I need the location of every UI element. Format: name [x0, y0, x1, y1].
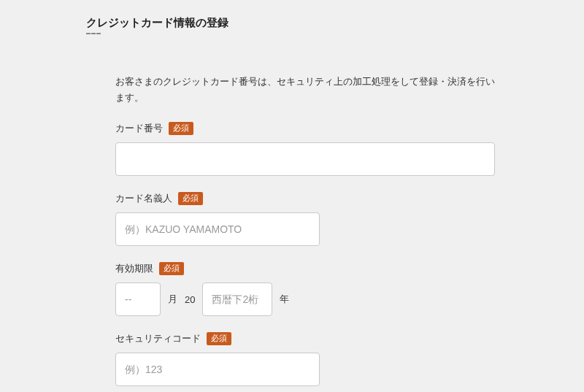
- expiry-year-suffix: 年: [280, 293, 289, 306]
- cvv-label-row: セキュリティコード 必須: [115, 332, 498, 345]
- page-title: クレジットカード情報の登録: [86, 16, 584, 30]
- card-holder-label: カード名義人: [115, 192, 172, 205]
- title-underline: [86, 33, 101, 34]
- cvv-label: セキュリティコード: [115, 332, 201, 345]
- expiry-field: 有効期限 必須 月 20 年: [115, 262, 498, 316]
- card-holder-label-row: カード名義人 必須: [115, 192, 498, 205]
- expiry-label: 有効期限: [115, 262, 153, 275]
- card-number-label: カード番号: [115, 122, 163, 135]
- expiry-month-suffix: 月: [168, 293, 177, 306]
- card-number-input[interactable]: [115, 142, 495, 176]
- required-badge: 必須: [169, 122, 193, 135]
- required-badge: 必須: [178, 192, 203, 205]
- card-holder-input[interactable]: [115, 212, 320, 246]
- card-number-label-row: カード番号 必須: [115, 122, 498, 135]
- intro-text: お客さまのクレジットカード番号は、セキュリティ上の加工処理をして登録・決済を行い…: [115, 74, 498, 106]
- expiry-year-prefix: 20: [185, 294, 195, 305]
- required-badge: 必須: [207, 332, 231, 345]
- cvv-field: セキュリティコード 必須 セキュリティコードとは: [115, 332, 498, 392]
- expiry-month-input[interactable]: [115, 283, 161, 316]
- credit-card-form: お客さまのクレジットカード番号は、セキュリティ上の加工処理をして登録・決済を行い…: [0, 39, 584, 392]
- required-badge: 必須: [159, 262, 184, 275]
- expiry-inputs: 月 20 年: [115, 283, 498, 316]
- card-number-field: カード番号 必須: [115, 122, 498, 176]
- expiry-year-input[interactable]: [202, 283, 272, 316]
- card-holder-field: カード名義人 必須: [115, 192, 498, 246]
- cvv-input[interactable]: [115, 353, 320, 386]
- page-header: クレジットカード情報の登録: [0, 0, 584, 39]
- expiry-label-row: 有効期限 必須: [115, 262, 498, 275]
